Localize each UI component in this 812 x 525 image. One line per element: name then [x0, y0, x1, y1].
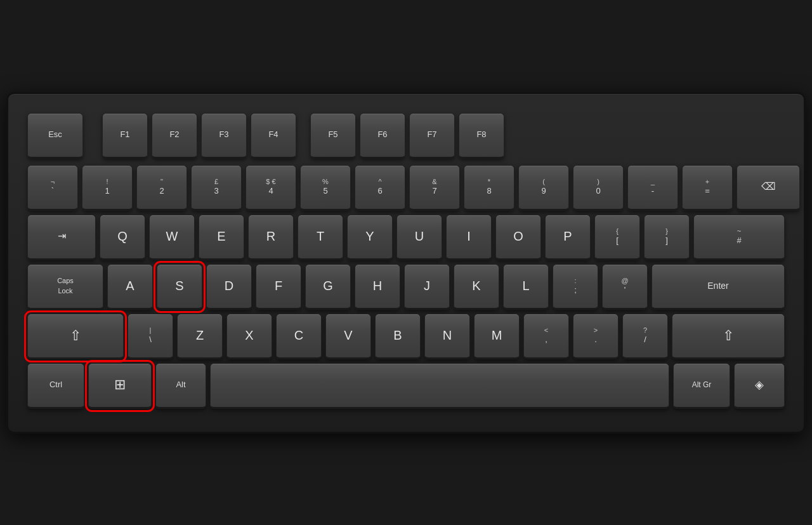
key-u[interactable]: U: [396, 215, 442, 260]
key-semicolon[interactable]: : ;: [553, 264, 598, 310]
key-r[interactable]: R: [248, 215, 294, 260]
key-comma[interactable]: < ,: [523, 314, 569, 359]
key-q[interactable]: Q: [100, 215, 145, 260]
key-f8[interactable]: F8: [459, 113, 504, 159]
key-c[interactable]: C: [276, 314, 322, 359]
key-y[interactable]: Y: [347, 215, 393, 260]
key-v[interactable]: V: [325, 314, 371, 359]
key-quote[interactable]: @ ': [602, 264, 648, 310]
key-h[interactable]: H: [355, 264, 400, 310]
key-6[interactable]: ^ 6: [355, 165, 405, 211]
key-5[interactable]: % 5: [300, 165, 351, 211]
key-i[interactable]: I: [446, 215, 492, 260]
key-altgr[interactable]: Alt Gr: [673, 363, 730, 409]
key-lbracket[interactable]: { [: [594, 215, 640, 260]
key-w[interactable]: W: [149, 215, 195, 260]
key-z[interactable]: Z: [177, 314, 223, 359]
key-3[interactable]: £ 3: [191, 165, 242, 211]
key-o[interactable]: O: [495, 215, 541, 260]
key-e[interactable]: E: [199, 215, 244, 260]
key-tab[interactable]: ⇥: [27, 215, 96, 260]
key-f7[interactable]: F7: [409, 113, 455, 159]
key-space[interactable]: [210, 363, 669, 409]
key-shift-right[interactable]: ⇧: [672, 314, 785, 359]
key-equals[interactable]: + =: [682, 165, 733, 211]
key-menu[interactable]: ◈: [734, 363, 785, 409]
home-row: CapsLock A S D F G H J K L : ; @ ' Enter: [27, 264, 785, 310]
key-backslash[interactable]: ~ #: [693, 215, 785, 260]
key-backtick[interactable]: ¬ `: [27, 165, 78, 211]
key-period[interactable]: > .: [573, 314, 619, 359]
key-p[interactable]: P: [545, 215, 591, 260]
key-b[interactable]: B: [375, 314, 421, 359]
key-caps-lock[interactable]: CapsLock: [27, 264, 103, 310]
key-9[interactable]: ( 9: [518, 165, 569, 211]
qwerty-row: ⇥ Q W E R T Y U I O P { [ } ] ~ #: [27, 215, 785, 260]
key-slash[interactable]: ? /: [622, 314, 668, 359]
key-minus[interactable]: _ -: [627, 165, 678, 211]
key-4[interactable]: $ € 4: [246, 165, 296, 211]
key-f4[interactable]: F4: [251, 113, 296, 159]
key-a[interactable]: A: [107, 264, 153, 310]
key-alt[interactable]: Alt: [155, 363, 206, 409]
key-pipe[interactable]: | \: [128, 314, 173, 359]
key-shift-left[interactable]: ⇧: [27, 314, 124, 359]
key-f3[interactable]: F3: [201, 113, 247, 159]
number-row: ¬ ` ! 1 " 2 £ 3 $ € 4 % 5 ^ 6 & 7: [27, 165, 785, 211]
key-x[interactable]: X: [226, 314, 272, 359]
key-f5[interactable]: F5: [310, 113, 356, 159]
key-7[interactable]: & 7: [409, 165, 460, 211]
shift-row: ⇧ | \ Z X C V B N M < , > . ? / ⇧: [27, 314, 785, 359]
key-j[interactable]: J: [404, 264, 450, 310]
key-rbracket[interactable]: } ]: [644, 215, 690, 260]
bottom-row: Ctrl ⊞ Alt Alt Gr ◈: [27, 363, 785, 409]
key-t[interactable]: T: [298, 215, 343, 260]
key-d[interactable]: D: [206, 264, 252, 310]
keyboard: Esc F1 F2 F3 F4 F5 F6 F7 F8 ¬ ` ! 1 " 2: [6, 92, 806, 434]
key-s[interactable]: S: [157, 264, 202, 310]
key-win[interactable]: ⊞: [88, 363, 152, 409]
key-ctrl[interactable]: Ctrl: [27, 363, 84, 409]
key-f[interactable]: F: [256, 264, 301, 310]
key-enter[interactable]: Enter: [652, 264, 785, 310]
key-f2[interactable]: F2: [152, 113, 197, 159]
key-1[interactable]: ! 1: [82, 165, 133, 211]
key-n[interactable]: N: [424, 314, 470, 359]
key-f6[interactable]: F6: [360, 113, 405, 159]
key-backspace[interactable]: ⌫: [737, 165, 800, 211]
key-esc[interactable]: Esc: [27, 113, 83, 159]
fn-row: Esc F1 F2 F3 F4 F5 F6 F7 F8: [27, 113, 785, 159]
key-l[interactable]: L: [503, 264, 549, 310]
key-k[interactable]: K: [454, 264, 499, 310]
key-g[interactable]: G: [305, 264, 351, 310]
key-2[interactable]: " 2: [136, 165, 187, 211]
key-8[interactable]: * 8: [464, 165, 514, 211]
key-m[interactable]: M: [474, 314, 520, 359]
key-f1[interactable]: F1: [102, 113, 148, 159]
key-0[interactable]: ) 0: [573, 165, 624, 211]
